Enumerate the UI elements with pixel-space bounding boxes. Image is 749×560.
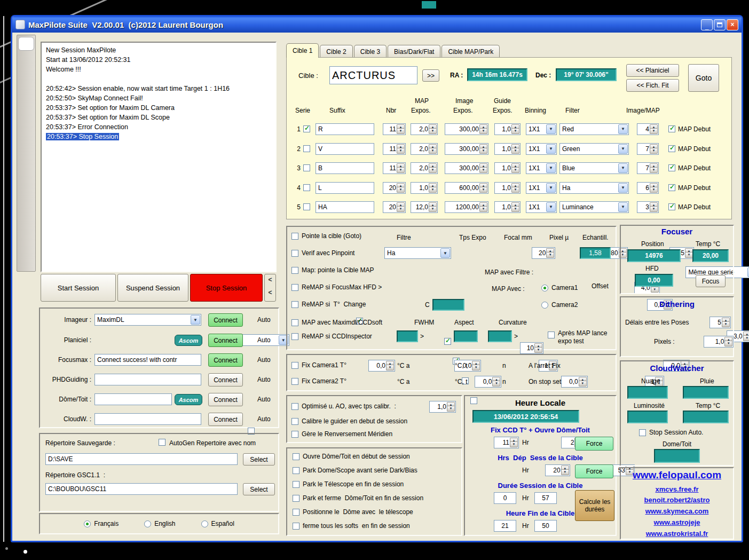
lang-english[interactable]: English <box>144 520 175 527</box>
cam1-temp-spinner[interactable]: 0,0 <box>368 360 395 372</box>
serie-enable-checkbox[interactable] <box>303 203 310 210</box>
fix-hour-spinner[interactable]: 11 <box>494 437 519 448</box>
imageur-select[interactable]: MaximDL <box>94 314 201 326</box>
image-expos-spinner[interactable]: 600,00 <box>445 182 488 194</box>
image-map-spinner[interactable]: 7 <box>637 162 659 174</box>
suffix-field[interactable]: B <box>316 162 374 174</box>
pinpoint-filtre-select[interactable]: Ha <box>384 247 451 259</box>
map-maximdl-checkbox[interactable] <box>291 319 298 326</box>
log-line-selected[interactable]: 20:53:37> Stop Session <box>46 133 119 140</box>
dome-connect-button[interactable]: Connect <box>208 393 243 406</box>
binning-select[interactable]: 1X1 <box>526 123 557 135</box>
suffix-field[interactable]: R <box>316 123 374 135</box>
serie-enable-checkbox[interactable] <box>303 125 310 132</box>
image-expos-spinner[interactable]: 300,00 <box>445 143 488 155</box>
fix-camera1-checkbox[interactable] <box>291 362 298 369</box>
guide-expos-spinner[interactable]: 1,0 <box>494 162 521 174</box>
filter-select[interactable]: Luminance <box>559 201 629 213</box>
cloudw-connect-button[interactable]: Connect <box>208 413 243 426</box>
filter-select[interactable]: Red <box>559 123 629 135</box>
nbr-spinner[interactable]: 11 <box>383 143 406 155</box>
serie-enable-checkbox[interactable] <box>303 164 310 171</box>
suffix-field[interactable]: V <box>316 143 374 155</box>
tab-bias-dark-flat[interactable]: Bias/Dark/Flat <box>388 45 440 58</box>
map-expos-spinner[interactable]: 2,0 <box>411 123 438 135</box>
remap-ccd-checkbox[interactable] <box>291 333 298 340</box>
tab-cible-map-park[interactable]: Cible MAP/Park <box>441 45 500 58</box>
francais-radio[interactable] <box>84 520 91 527</box>
suffix-field[interactable]: HA <box>316 201 374 213</box>
pixels-spinner[interactable]: 1,0 <box>704 336 734 348</box>
ouvre-dome-checkbox[interactable] <box>293 453 299 460</box>
dome-field[interactable] <box>94 393 172 405</box>
calibr-spinner[interactable]: 1,0 <box>429 401 456 413</box>
map-expos-spinner[interactable]: 1,0 <box>411 182 438 194</box>
remap-hfd-checkbox[interactable] <box>291 284 298 291</box>
calibre-guider-checkbox[interactable] <box>291 418 298 425</box>
side-collapsed-panel[interactable] <box>17 35 36 272</box>
filter-select[interactable]: Green <box>559 143 629 155</box>
collapse-left-icon[interactable]: < <box>268 276 272 283</box>
session-log[interactable]: New Session MaxPilote Start at 13/06/201… <box>41 42 277 272</box>
remap-t-checkbox[interactable] <box>291 301 298 308</box>
focusmax-status-field[interactable]: Connect success! with contr <box>94 354 201 366</box>
binning-select[interactable]: 1X1 <box>526 201 557 213</box>
nbr-spinner[interactable]: 20 <box>383 201 406 213</box>
planiciel-ascom-button[interactable]: Ascom <box>175 335 202 346</box>
map-debut-checkbox[interactable] <box>668 184 675 191</box>
imageur-connect-button[interactable]: Connect <box>208 313 243 327</box>
dep-hour-spinner[interactable]: 20 <box>545 464 570 476</box>
guide-expos-spinner[interactable]: 1,0 <box>494 201 521 213</box>
maximize-button[interactable] <box>714 19 726 30</box>
fich-fit-button[interactable]: << Fich. Fit <box>626 79 679 92</box>
image-map-spinner[interactable]: 4 <box>637 123 659 135</box>
nbr-spinner[interactable]: 20 <box>383 182 406 194</box>
positionne-dome-checkbox[interactable] <box>293 509 299 516</box>
image-map-spinner[interactable]: 6 <box>637 182 659 194</box>
binning-select[interactable]: 1X1 <box>526 143 557 155</box>
binning-select[interactable]: 1X1 <box>526 162 557 174</box>
tps-expo-spinner[interactable]: 20 <box>532 247 555 259</box>
stop-session-button[interactable]: Stop Session <box>190 274 263 302</box>
curvature-threshold-spinner[interactable]: 10 <box>520 342 543 354</box>
panel-collapse-strip[interactable]: < < <box>264 274 276 302</box>
map-debut-checkbox[interactable] <box>668 145 675 152</box>
target-name-field[interactable]: ARCTURUS <box>329 66 417 84</box>
side-panel-handle[interactable] <box>18 37 34 51</box>
camera1-radio[interactable] <box>541 285 548 291</box>
gsc-select-button[interactable]: Select <box>243 483 275 495</box>
nbr-spinner[interactable]: 11 <box>383 123 406 135</box>
camera2-radio[interactable] <box>541 302 548 309</box>
gsc-path-field[interactable]: C:\BOUBOU\GSC11 <box>45 483 238 495</box>
fix-force-button[interactable]: Force <box>575 437 613 451</box>
focus-button[interactable]: Focus <box>696 275 726 287</box>
suspend-session-button[interactable]: Suspend Session <box>117 274 188 302</box>
cam2-temp-spinner[interactable]: 0,0 <box>475 376 501 388</box>
park-ferme-dome-checkbox[interactable] <box>293 495 299 502</box>
serie-enable-checkbox[interactable] <box>303 145 310 152</box>
image-map-spinner[interactable]: 7 <box>637 143 659 155</box>
suffix-field[interactable]: L <box>316 182 374 194</box>
stop-session-auto-checkbox[interactable] <box>639 429 646 436</box>
nbr-spinner[interactable]: 11 <box>383 162 406 174</box>
guide-expos-spinner[interactable]: 1,0 <box>494 123 521 135</box>
park-dome-darkbias-checkbox[interactable] <box>293 467 299 474</box>
map-debut-checkbox[interactable] <box>668 125 675 132</box>
optimise-ao-checkbox[interactable] <box>291 403 298 410</box>
image-expos-spinner[interactable]: 300,00 <box>445 162 488 174</box>
title-bar[interactable]: MaxPilote Suite V2.00.01 (c)2012 Laurent… <box>12 17 742 33</box>
map-debut-checkbox[interactable] <box>668 203 675 210</box>
minimize-button[interactable]: _ <box>701 19 713 30</box>
cam2-temp2-spinner[interactable]: 0,0 <box>561 376 588 388</box>
espanol-radio[interactable] <box>201 520 208 527</box>
focusmax-connect-button[interactable]: Connect <box>208 353 243 367</box>
image-map-spinner[interactable]: 3 <box>637 201 659 213</box>
map-expos-spinner[interactable]: 2,0 <box>411 162 438 174</box>
phdguiding-field[interactable] <box>94 374 201 385</box>
link-astrokristal[interactable]: www.astrokristal.fr <box>646 530 708 538</box>
english-radio[interactable] <box>144 520 151 527</box>
tab-cible-2[interactable]: Cible 2 <box>320 45 352 58</box>
image-expos-spinner[interactable]: 1200,00 <box>445 201 488 213</box>
lang-francais[interactable]: Français <box>84 520 119 527</box>
planiciel-button[interactable]: << Planiciel <box>626 64 679 77</box>
